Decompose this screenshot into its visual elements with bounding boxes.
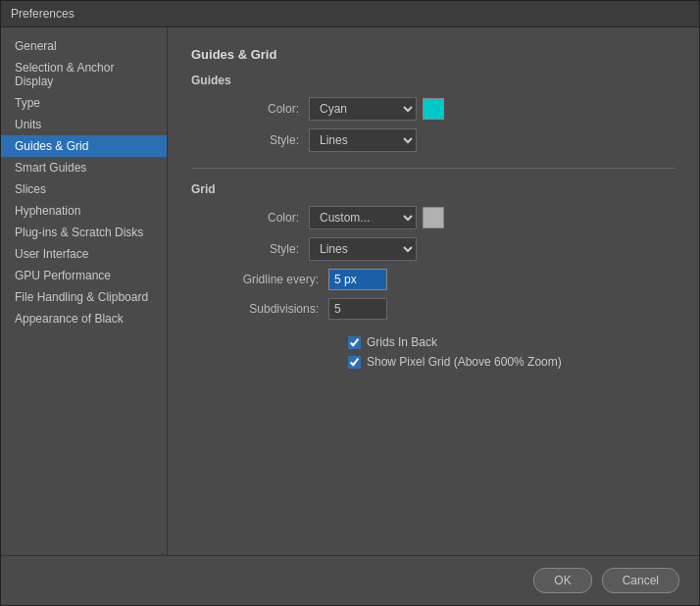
grid-section: Grid Color: Custom... Cyan Magenta Yello…: [191, 182, 675, 320]
section-divider: [191, 168, 675, 169]
sidebar-item-general[interactable]: General: [1, 35, 167, 57]
grid-style-select[interactable]: Lines Dashes Dots: [309, 237, 417, 261]
grids-in-back-row: Grids In Back: [191, 335, 675, 349]
sidebar: General Selection & Anchor Display Type …: [1, 27, 168, 555]
guides-style-select[interactable]: Lines Dashes Dots: [309, 128, 417, 152]
subdivisions-input[interactable]: [328, 298, 387, 320]
gridline-input[interactable]: [328, 269, 387, 290]
gridline-label: Gridline every:: [191, 273, 328, 286]
grid-style-label: Style:: [191, 242, 309, 256]
sidebar-item-hyphenation[interactable]: Hyphenation: [1, 200, 167, 222]
show-pixel-grid-checkbox[interactable]: [348, 356, 361, 369]
main-content: Guides & Grid Guides Color: Cyan Magenta…: [168, 27, 699, 555]
grids-in-back-label[interactable]: Grids In Back: [367, 335, 437, 349]
grid-style-row: Style: Lines Dashes Dots: [191, 237, 675, 261]
show-pixel-grid-label[interactable]: Show Pixel Grid (Above 600% Zoom): [367, 355, 562, 369]
sidebar-item-slices[interactable]: Slices: [1, 178, 167, 200]
sidebar-item-file-handling[interactable]: File Handling & Clipboard: [1, 286, 167, 308]
sidebar-item-guides-grid[interactable]: Guides & Grid: [1, 135, 167, 157]
dialog-footer: OK Cancel: [1, 555, 699, 605]
grid-color-row: Color: Custom... Cyan Magenta Yellow Bla…: [191, 206, 675, 229]
grids-in-back-checkbox[interactable]: [348, 336, 361, 349]
ok-button[interactable]: OK: [533, 568, 591, 593]
dialog-title: Preferences: [11, 7, 75, 21]
sidebar-item-units[interactable]: Units: [1, 114, 167, 135]
subdivisions-label: Subdivisions:: [191, 302, 328, 316]
guides-style-wrapper: Lines Dashes Dots: [309, 128, 417, 152]
guides-color-row: Color: Cyan Magenta Yellow Black Red Gre…: [191, 97, 675, 121]
guides-style-label: Style:: [191, 133, 309, 147]
grid-title: Grid: [191, 182, 675, 196]
grid-style-wrapper: Lines Dashes Dots: [309, 237, 417, 261]
grid-color-label: Color:: [191, 211, 309, 225]
sidebar-item-user-interface[interactable]: User Interface: [1, 243, 167, 265]
guides-color-swatch[interactable]: [423, 98, 444, 120]
guides-color-label: Color:: [191, 102, 309, 116]
guides-title: Guides: [191, 74, 675, 87]
title-bar: Preferences: [1, 1, 699, 27]
subdivisions-row: Subdivisions:: [191, 298, 675, 320]
sidebar-item-type[interactable]: Type: [1, 92, 167, 114]
sidebar-item-selection-anchor[interactable]: Selection & Anchor Display: [1, 57, 167, 92]
sidebar-item-smart-guides[interactable]: Smart Guides: [1, 157, 167, 178]
gridline-row: Gridline every:: [191, 269, 675, 290]
grid-color-swatch[interactable]: [423, 207, 444, 228]
cancel-button[interactable]: Cancel: [602, 568, 679, 593]
dialog-body: General Selection & Anchor Display Type …: [1, 27, 699, 555]
preferences-dialog: Preferences General Selection & Anchor D…: [0, 0, 700, 606]
sidebar-item-gpu-performance[interactable]: GPU Performance: [1, 265, 167, 286]
guides-style-row: Style: Lines Dashes Dots: [191, 128, 675, 152]
sidebar-item-plugins[interactable]: Plug-ins & Scratch Disks: [1, 222, 167, 243]
grid-color-wrapper: Custom... Cyan Magenta Yellow Black Red …: [309, 206, 444, 229]
guides-section: Guides Color: Cyan Magenta Yellow Black …: [191, 74, 675, 152]
show-pixel-grid-row: Show Pixel Grid (Above 600% Zoom): [191, 355, 675, 369]
guides-color-wrapper: Cyan Magenta Yellow Black Red Green Blue…: [309, 97, 444, 121]
sidebar-item-appearance-black[interactable]: Appearance of Black: [1, 308, 167, 329]
grid-color-select[interactable]: Custom... Cyan Magenta Yellow Black Red …: [309, 206, 417, 229]
guides-color-select[interactable]: Cyan Magenta Yellow Black Red Green Blue…: [309, 97, 417, 121]
section-title: Guides & Grid: [191, 47, 675, 62]
